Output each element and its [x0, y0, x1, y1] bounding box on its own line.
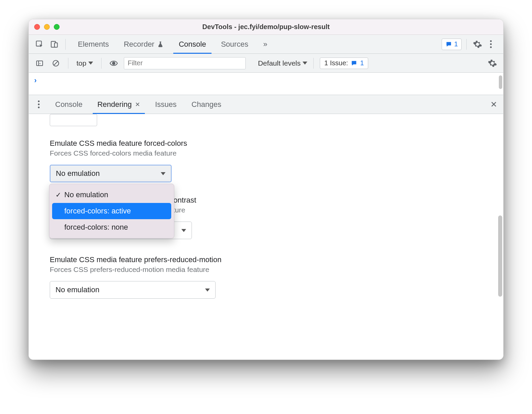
tab-label: Console [55, 100, 83, 109]
issues-count: 1 [360, 59, 364, 67]
partial-select-above[interactable] [50, 114, 97, 126]
prefers-reduced-motion-select[interactable]: No emulation [50, 281, 216, 299]
select-value: No emulation [56, 169, 100, 178]
separator [65, 39, 66, 50]
clear-console-icon[interactable] [50, 57, 62, 69]
chevron-down-icon [88, 62, 93, 65]
issues-counter[interactable]: 1 Issue: 1 [320, 58, 368, 69]
chevron-down-icon [303, 62, 307, 65]
minimize-window-icon[interactable] [44, 24, 50, 30]
console-sidebar-toggle-icon[interactable] [34, 57, 46, 69]
svg-rect-2 [54, 43, 58, 47]
tab-label: Changes [192, 100, 221, 109]
chat-icon [445, 41, 452, 48]
chevron-down-icon [161, 172, 165, 175]
dropdown-option-no-emulation[interactable]: ✓ No emulation [52, 187, 171, 203]
drawer-tab-issues[interactable]: Issues [148, 95, 183, 114]
drawer-tab-console[interactable]: Console [48, 95, 89, 114]
window-controls [34, 24, 60, 30]
live-expression-icon[interactable] [108, 57, 120, 69]
close-drawer-icon[interactable]: ✕ [490, 100, 497, 109]
main-tabs: Elements Recorder Console Sources » [70, 35, 274, 54]
section-subtitle: Forces CSS prefers-reduced-motion media … [50, 266, 482, 274]
prompt-caret-icon: › [34, 76, 37, 85]
context-label: top [76, 59, 86, 67]
section-forced-colors: Emulate CSS media feature forced-colors … [50, 139, 482, 182]
scrollbar-thumb[interactable] [499, 75, 502, 89]
tab-label: Issues [155, 100, 177, 109]
dropdown-option-active[interactable]: forced-colors: active [52, 203, 171, 219]
close-tab-icon[interactable]: ✕ [135, 101, 140, 108]
zoom-window-icon[interactable] [54, 24, 60, 30]
tab-label: Recorder [124, 40, 154, 49]
console-output[interactable]: › [29, 73, 503, 95]
rendering-panel: Emulate CSS media feature forced-colors … [29, 114, 503, 360]
forced-colors-select[interactable]: No emulation [50, 165, 172, 182]
drawer-tab-changes[interactable]: Changes [185, 95, 228, 114]
select-value: No emulation [56, 285, 99, 294]
section-prefers-reduced-motion: Emulate CSS media feature prefers-reduce… [50, 255, 482, 299]
context-selector[interactable]: top [74, 59, 95, 67]
inspect-element-icon[interactable] [34, 38, 46, 50]
tab-label: Sources [221, 40, 248, 49]
section-subtitle: Forces CSS forced-colors media feature [50, 149, 482, 157]
tabs-overflow-icon[interactable]: » [256, 35, 274, 54]
section-title: Emulate CSS media feature forced-colors [50, 139, 482, 148]
titlebar: DevTools - jec.fyi/demo/pup-slow-result [29, 19, 503, 35]
close-window-icon[interactable] [34, 24, 40, 30]
separator [466, 39, 467, 50]
filter-input[interactable] [124, 57, 246, 69]
drawer-more-icon[interactable] [34, 100, 44, 108]
forced-colors-dropdown: ✓ No emulation forced-colors: active for… [49, 184, 174, 238]
window-title: DevTools - jec.fyi/demo/pup-slow-result [29, 23, 503, 31]
svg-point-5 [112, 62, 115, 65]
main-toolbar: Elements Recorder Console Sources » [29, 35, 503, 54]
levels-label: Default levels [258, 59, 301, 67]
tab-elements[interactable]: Elements [70, 35, 116, 54]
more-menu-icon[interactable] [486, 38, 498, 50]
log-levels-selector[interactable]: Default levels [258, 59, 307, 67]
separator [68, 58, 68, 69]
issue-count: 1 [454, 40, 458, 48]
issues-label: 1 Issue: [324, 59, 348, 67]
tab-recorder[interactable]: Recorder [116, 35, 171, 54]
tab-label: Console [179, 40, 206, 49]
chevron-down-icon [205, 289, 210, 292]
settings-icon[interactable] [471, 38, 484, 50]
separator [101, 58, 102, 69]
option-label: No emulation [64, 190, 108, 199]
dropdown-option-none[interactable]: forced-colors: none [52, 219, 171, 235]
devtools-window: DevTools - jec.fyi/demo/pup-slow-result … [28, 19, 504, 360]
separator [313, 58, 314, 69]
chat-icon [351, 60, 357, 67]
option-label: forced-colors: none [64, 223, 128, 232]
issue-count-button[interactable]: 1 [442, 39, 462, 50]
check-icon: ✓ [56, 191, 61, 199]
flask-icon [157, 41, 164, 48]
drawer-tab-rendering[interactable]: Rendering ✕ [91, 95, 147, 114]
tab-sources[interactable]: Sources [214, 35, 256, 54]
drawer-tabstrip: Console Rendering ✕ Issues Changes ✕ [29, 95, 503, 114]
console-toolbar: top Default levels 1 Issue: 1 [29, 54, 503, 73]
tab-label: Rendering [97, 100, 132, 109]
section-title: Emulate CSS media feature prefers-reduce… [50, 255, 482, 264]
chevron-down-icon [181, 229, 186, 232]
scrollbar-thumb[interactable] [498, 215, 502, 297]
option-label: forced-colors: active [64, 207, 131, 215]
console-settings-icon[interactable] [486, 57, 498, 69]
tab-console[interactable]: Console [171, 35, 214, 54]
tab-label: Elements [78, 40, 109, 49]
device-toolbar-icon[interactable] [48, 38, 61, 50]
